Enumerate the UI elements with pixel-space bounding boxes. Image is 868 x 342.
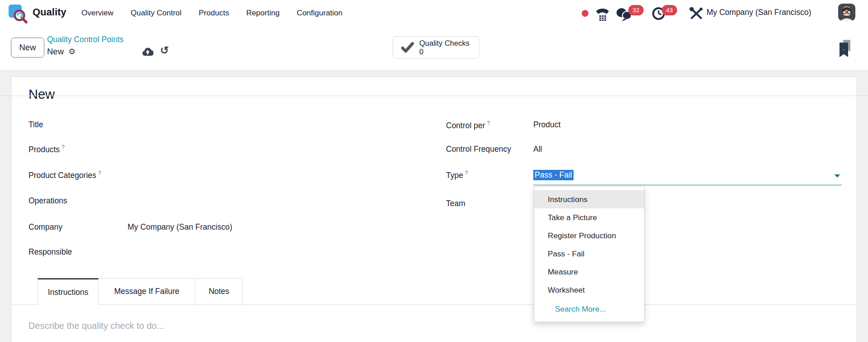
developer-tools-icon[interactable] [689, 7, 703, 20]
actions-gear-icon[interactable]: ⚙ [68, 48, 76, 56]
instructions-editor[interactable]: Describe the quality check to do... [11, 305, 857, 342]
quality-checks-stat-button[interactable]: Quality Checks 0 [393, 36, 479, 59]
type-field-input[interactable]: Pass - Fail [533, 167, 842, 185]
control-per-field-value[interactable]: Product [533, 120, 560, 130]
quality-app-icon[interactable] [7, 2, 29, 24]
quality-checks-count: 0 [419, 48, 470, 56]
bookmark-icon[interactable] [838, 40, 852, 57]
field-label-title: Title [28, 120, 43, 130]
field-label-products: Products? [28, 144, 65, 154]
record-title: New [28, 87, 55, 102]
save-record-cloud-icon[interactable] [142, 47, 153, 56]
field-label-control-frequency: Control Frequency [446, 145, 511, 154]
breadcrumb: New ⚙ [47, 47, 76, 57]
discard-undo-icon[interactable]: ↺ [160, 44, 169, 57]
company-field-value[interactable]: My Company (San Francisco) [128, 222, 232, 232]
dropdown-option-worksheet[interactable]: Worksheet [534, 281, 644, 299]
dropdown-option-register-production[interactable]: Register Production [534, 226, 644, 245]
field-label-control-per: Control per? [446, 120, 490, 130]
dropdown-option-pass-fail[interactable]: Pass - Fail [534, 245, 644, 263]
notebook-tabbar: Instructions Message If Failure Notes [11, 278, 857, 305]
type-dropdown-menu: Instructions Take a Picture Register Pro… [534, 186, 645, 322]
form-sheet: New Title Products? Product Categories? … [11, 77, 857, 342]
dropdown-option-take-a-picture[interactable]: Take a Picture [534, 208, 644, 226]
help-icon[interactable]: ? [62, 144, 65, 150]
user-avatar[interactable] [838, 4, 855, 21]
breadcrumb-parent-link[interactable]: Quality Control Points [47, 35, 123, 44]
app-brand-title[interactable]: Quality [33, 6, 66, 18]
top-navbar: Quality Overview Quality Control Product… [0, 0, 868, 26]
new-record-button[interactable]: New [11, 38, 44, 58]
control-frequency-field-value[interactable]: All [533, 145, 542, 154]
help-icon[interactable]: ? [487, 120, 490, 126]
breadcrumb-current: New [47, 47, 64, 57]
quality-app-screen: Quality Overview Quality Control Product… [0, 0, 868, 342]
control-panel: New Quality Control Points New ⚙ ↺ Quali… [0, 26, 868, 70]
company-switcher[interactable]: My Company (San Francisco) [707, 8, 811, 17]
field-label-company: Company [28, 222, 62, 232]
quality-checks-label: Quality Checks [419, 39, 470, 48]
field-label-responsible: Responsible [28, 247, 72, 257]
dropdown-search-more-link[interactable]: Search More... [534, 299, 644, 319]
dropdown-option-instructions[interactable]: Instructions [534, 190, 644, 208]
tab-instructions[interactable]: Instructions [38, 278, 99, 305]
menu-configuration[interactable]: Configuration [297, 9, 342, 18]
help-icon[interactable]: ? [98, 170, 101, 176]
presence-dot-icon [582, 10, 588, 17]
tab-message-if-failure[interactable]: Message If Failure [99, 278, 195, 305]
messages-count-badge[interactable]: 32 [628, 5, 644, 15]
dropdown-option-measure[interactable]: Measure [534, 263, 644, 281]
main-menu: Overview Quality Control Products Report… [81, 0, 342, 26]
menu-products[interactable]: Products [199, 9, 229, 18]
field-label-operations: Operations [28, 196, 67, 206]
menu-reporting[interactable]: Reporting [246, 9, 280, 18]
control-panel-divider [0, 96, 868, 96]
editor-placeholder: Describe the quality check to do... [28, 321, 164, 331]
menu-quality-control[interactable]: Quality Control [131, 9, 181, 18]
field-label-product-categories: Product Categories? [28, 170, 101, 180]
menu-overview[interactable]: Overview [81, 9, 114, 18]
activities-count-badge[interactable]: 43 [662, 5, 677, 15]
tab-notes[interactable]: Notes [195, 278, 243, 305]
check-icon [401, 42, 414, 53]
type-field-selected-text[interactable]: Pass - Fail [533, 170, 574, 180]
field-label-team: Team [446, 199, 465, 208]
chevron-down-icon[interactable] [835, 174, 840, 178]
softphone-icon[interactable] [595, 7, 610, 21]
field-label-type: Type? [446, 170, 468, 180]
help-icon[interactable]: ? [465, 170, 468, 176]
